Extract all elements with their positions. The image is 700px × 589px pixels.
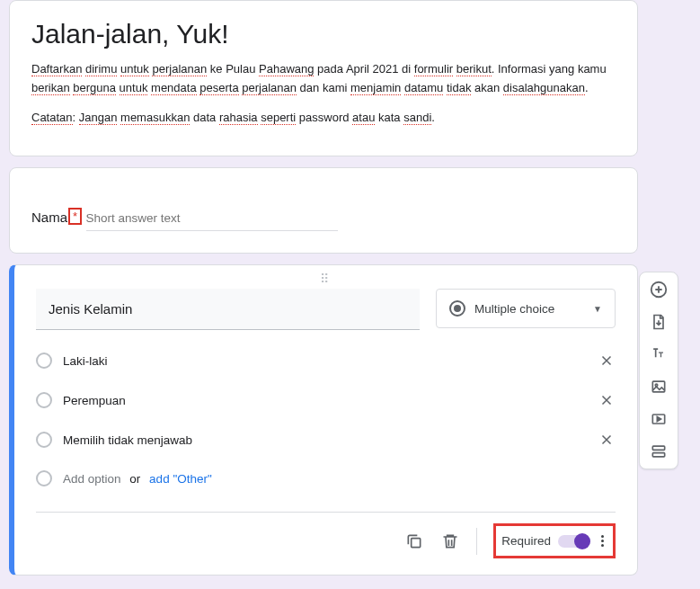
floating-toolbar [639, 272, 678, 469]
add-image-button[interactable] [649, 377, 669, 397]
form-header-card: Jalan-jalan, Yuk! Daftarkan dirimu untuk… [9, 0, 638, 156]
question-type-select[interactable]: Multiple choice ▼ [436, 289, 616, 328]
question-title-input[interactable] [36, 289, 420, 330]
toggle-thumb [574, 533, 590, 549]
question-card-jenis-kelamin[interactable]: ⠿ Multiple choice ▼ Laki-laki [9, 264, 638, 576]
question-label: Nama* [31, 210, 82, 225]
question-label-text: Nama [31, 210, 67, 225]
remove-option-button[interactable] [598, 431, 616, 449]
add-video-button[interactable] [649, 409, 669, 429]
vertical-divider [476, 528, 477, 555]
form-description-1[interactable]: Daftarkan dirimu untuk perjalanan ke Pul… [31, 60, 616, 98]
or-text: or [129, 472, 140, 486]
radio-icon [36, 392, 52, 408]
option-text[interactable]: Perempuan [63, 394, 587, 407]
add-section-button[interactable] [649, 442, 669, 461]
add-option-button[interactable]: Add option [63, 472, 121, 486]
svg-rect-2 [652, 381, 664, 392]
drag-handle[interactable]: ⠿ [14, 265, 637, 289]
radio-icon [36, 432, 52, 448]
radio-icon [36, 353, 52, 369]
required-asterisk: * [68, 208, 82, 225]
radio-icon [36, 470, 52, 486]
option-text[interactable]: Laki-laki [63, 354, 587, 368]
option-row: Memilih tidak menjawab [36, 420, 616, 460]
remove-option-button[interactable] [598, 391, 616, 409]
add-title-button[interactable] [649, 344, 669, 364]
svg-rect-0 [412, 539, 421, 548]
question-card-nama[interactable]: Nama* [9, 167, 638, 254]
import-questions-button[interactable] [649, 312, 669, 332]
option-row: Perempuan [36, 380, 616, 420]
drag-handle-icon: ⠿ [320, 272, 332, 286]
add-question-button[interactable] [649, 280, 669, 299]
required-highlight-box: Required [493, 523, 616, 558]
form-description-2[interactable]: Catatan: Jangan memasukkan data rahasia … [31, 109, 616, 128]
remove-option-button[interactable] [598, 352, 616, 370]
required-label: Required [501, 534, 551, 548]
add-other-button[interactable]: add "Other" [149, 472, 212, 486]
add-option-row: Add option or add "Other" [36, 460, 616, 497]
svg-rect-6 [652, 453, 664, 457]
delete-button[interactable] [440, 531, 460, 551]
short-answer-input[interactable] [86, 206, 338, 231]
more-options-button[interactable] [598, 531, 607, 550]
question-type-label: Multiple choice [474, 302, 584, 316]
form-title[interactable]: Jalan-jalan, Yuk! [31, 19, 616, 49]
chevron-down-icon: ▼ [593, 304, 602, 314]
duplicate-button[interactable] [404, 531, 424, 551]
svg-rect-5 [652, 446, 664, 450]
radio-icon [449, 300, 465, 317]
option-text[interactable]: Memilih tidak menjawab [63, 433, 587, 447]
option-row: Laki-laki [36, 341, 616, 380]
required-toggle[interactable] [558, 535, 590, 548]
